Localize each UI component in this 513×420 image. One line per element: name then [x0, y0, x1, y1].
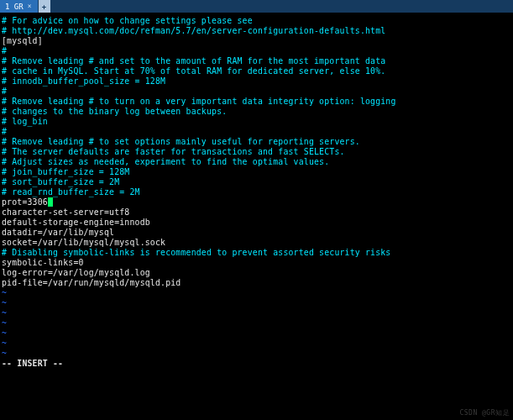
editor-line: # cache in MySQL. Start at 70% of total … — [2, 66, 511, 76]
editor-line: ~ — [2, 318, 511, 328]
editor-line: # Adjust sizes as needed, experiment to … — [2, 157, 511, 167]
editor-line: # Disabling symbolic-links is recommende… — [2, 248, 511, 258]
tab-bar: 1 GR × + — [0, 0, 513, 13]
editor-line: # join_buffer_size = 128M — [2, 167, 511, 177]
watermark-text: CSDN @GR知足 — [459, 408, 510, 418]
editor-line: ~ — [2, 328, 511, 339]
editor-line: prot=3306 — [2, 197, 511, 207]
editor-line: ~ — [2, 298, 511, 308]
editor-line: pid-file=/var/run/mysqld/mysqld.pid — [2, 278, 511, 288]
editor-line: # Remove leading # to set options mainly… — [2, 137, 511, 147]
terminal-tab-1[interactable]: 1 GR × — [0, 0, 39, 13]
editor-line: [mysqld] — [2, 36, 511, 46]
editor-line: # http://dev.mysql.com/doc/refman/5.7/en… — [2, 26, 511, 36]
editor-line: ~ — [2, 308, 511, 318]
editor-line: socket=/var/lib/mysql/mysql.sock — [2, 238, 511, 248]
editor-line: # Remove leading # and set to the amount… — [2, 56, 511, 66]
editor-line: # — [2, 87, 511, 97]
editor-line: ~ — [2, 339, 511, 349]
text-cursor — [48, 197, 53, 207]
editor-line: datadir=/var/lib/mysql — [2, 228, 511, 238]
editor-line: # — [2, 46, 511, 56]
editor-line: log-error=/var/log/mysqld.log — [2, 268, 511, 278]
terminal-editor[interactable]: # For advice on how to change settings p… — [0, 13, 513, 420]
editor-line: # log_bin — [2, 117, 511, 127]
editor-line: symbolic-links=0 — [2, 258, 511, 268]
editor-line: # For advice on how to change settings p… — [2, 16, 511, 26]
editor-line: ~ — [2, 349, 511, 359]
editor-line: # changes to the binary log between back… — [2, 107, 511, 117]
editor-line: # read_rnd_buffer_size = 2M — [2, 187, 511, 197]
tab-label: 1 GR — [5, 3, 24, 11]
close-icon[interactable]: × — [27, 3, 33, 10]
editor-line: # — [2, 127, 511, 137]
plus-icon: + — [42, 3, 46, 11]
editor-line: # innodb_buffer_pool_size = 128M — [2, 76, 511, 87]
editor-line: # The server defaults are faster for tra… — [2, 147, 511, 157]
editor-line: # sort_buffer_size = 2M — [2, 177, 511, 187]
new-tab-button[interactable]: + — [39, 0, 50, 13]
editor-line: default-storage-engine=innodb — [2, 218, 511, 228]
editor-line: ~ — [2, 288, 511, 298]
vim-mode-status: -- INSERT -- — [2, 359, 511, 369]
editor-line: character-set-server=utf8 — [2, 207, 511, 218]
editor-line: # Remove leading # to turn on a very imp… — [2, 97, 511, 107]
